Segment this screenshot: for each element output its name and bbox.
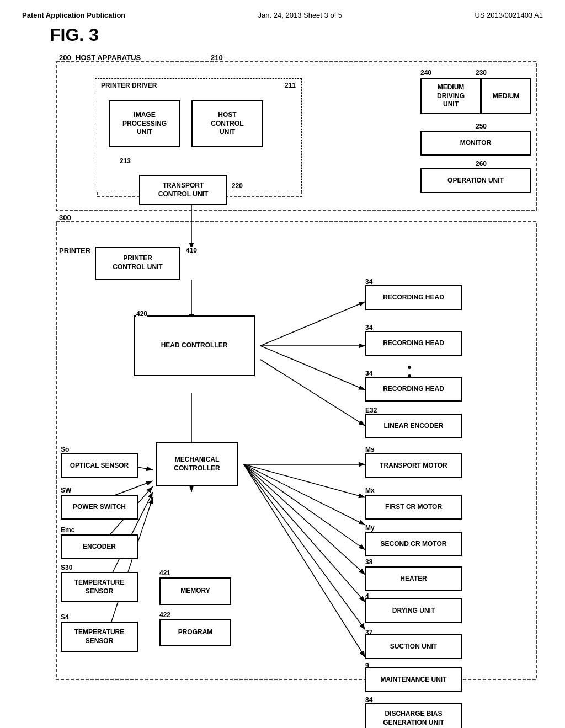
medium-driving-unit: MEDIUMDRIVINGUNIT xyxy=(420,78,481,114)
encoder-label: ENCODER xyxy=(83,543,116,552)
image-processing-label: IMAGEPROCESSINGUNIT xyxy=(122,111,167,137)
head-controller-box: HEAD CONTROLLER xyxy=(134,315,255,376)
maintenance-unit-label: MAINTENANCE UNIT xyxy=(381,676,447,684)
linear-encoder-box: LINEAR ENCODER xyxy=(365,414,462,438)
svg-point-29 xyxy=(408,366,411,369)
diagram: 200 HOST APPARATUS 210 300 PRINTER 400 P… xyxy=(23,51,542,690)
svg-line-19 xyxy=(244,464,365,550)
monitor-label: MONITOR xyxy=(460,139,491,148)
transport-motor-label: TRANSPORT MOTOR xyxy=(380,462,447,470)
recording-head-2-label: RECORDING HEAD xyxy=(383,339,444,348)
recording-head-2: RECORDING HEAD xyxy=(365,331,462,356)
ref-s30: S30 xyxy=(61,564,72,571)
temp-sensor-2-label: TEMPERATURESENSOR xyxy=(74,628,124,645)
ref-38: 38 xyxy=(365,558,372,566)
first-cr-motor-box: FIRST CR MOTOR xyxy=(365,495,462,520)
ref-ms: Ms xyxy=(365,446,375,453)
recording-head-1-label: RECORDING HEAD xyxy=(383,293,444,302)
head-controller-label: HEAD CONTROLLER xyxy=(161,341,228,350)
mechanical-controller-label: MECHANICALCONTROLLER xyxy=(174,456,220,473)
host-control-label: HOSTCONTROLUNIT xyxy=(211,111,243,137)
host-sub-num: 210 xyxy=(211,53,223,62)
num-211: 211 xyxy=(285,82,296,90)
temp-sensor-2-box: TEMPERATURESENSOR xyxy=(61,622,138,652)
printer-driver-label: PRINTER DRIVER xyxy=(101,82,157,90)
memory-label: MEMORY xyxy=(180,587,210,596)
monitor-box: MONITOR xyxy=(420,131,531,156)
printer-label: PRINTER xyxy=(59,247,90,255)
svg-line-12 xyxy=(260,360,365,426)
host-apparatus-num: 200 xyxy=(59,53,71,62)
num-421: 421 xyxy=(159,569,170,577)
operation-unit-label: OPERATION UNIT xyxy=(447,176,504,185)
drying-unit-box: DRYING UNIT xyxy=(365,598,462,623)
ref-s4: S4 xyxy=(61,613,69,621)
second-cr-motor-label: SECOND CR MOTOR xyxy=(381,540,447,549)
num-260: 260 xyxy=(476,160,487,168)
num-213: 213 xyxy=(120,157,131,165)
linear-encoder-label: LINEAR ENCODER xyxy=(383,422,443,431)
recording-head-1: RECORDING HEAD xyxy=(365,285,462,310)
num-422: 422 xyxy=(159,611,170,619)
medium-box: MEDIUM xyxy=(481,78,531,114)
printer-num: 300 xyxy=(59,213,71,222)
heater-box: HEATER xyxy=(365,566,462,591)
maintenance-unit-box: MAINTENANCE UNIT xyxy=(365,667,462,692)
recording-head-3-label: RECORDING HEAD xyxy=(383,385,444,394)
transport-motor-box: TRANSPORT MOTOR xyxy=(365,453,462,478)
transport-control-unit: TRANSPORTCONTROL UNIT xyxy=(139,175,227,205)
ref-e32: E32 xyxy=(365,406,377,414)
svg-rect-3 xyxy=(56,222,536,679)
ref-84: 84 xyxy=(365,696,372,704)
svg-line-22 xyxy=(244,464,365,630)
svg-line-20 xyxy=(244,464,365,575)
ref-34a: 34 xyxy=(365,278,372,286)
num-250: 250 xyxy=(476,122,487,130)
ref-emc: Emc xyxy=(61,526,74,534)
host-control-unit: HOSTCONTROLUNIT xyxy=(191,100,263,147)
second-cr-motor-box: SECOND CR MOTOR xyxy=(365,532,462,556)
encoder-box: ENCODER xyxy=(61,534,138,559)
power-switch-box: POWER SWITCH xyxy=(61,495,138,520)
svg-line-11 xyxy=(260,346,365,390)
num-230: 230 xyxy=(476,67,487,77)
ref-34b: 34 xyxy=(365,324,372,331)
ref-mx: Mx xyxy=(365,486,375,494)
ref-sw: SW xyxy=(61,486,71,494)
transport-control-label: TRANSPORTCONTROL UNIT xyxy=(158,181,208,199)
host-apparatus-label: HOST APPARATUS xyxy=(76,53,141,62)
page-header: Patent Application Publication Jan. 24, … xyxy=(22,11,543,19)
heater-label: HEATER xyxy=(400,575,427,584)
power-switch-label: POWER SWITCH xyxy=(73,503,126,512)
printer-control-unit: PRINTERCONTROL UNIT xyxy=(95,247,180,280)
ref-34c: 34 xyxy=(365,370,372,377)
recording-head-3: RECORDING HEAD xyxy=(365,377,462,402)
discharge-bias-box: DISCHARGE BIASGENERATION UNIT xyxy=(365,703,462,728)
header-date-sheet: Jan. 24, 2013 Sheet 3 of 5 xyxy=(258,11,343,19)
figure-label: FIG. 3 xyxy=(50,25,543,45)
temp-sensor-1-label: TEMPERATURESENSOR xyxy=(74,579,124,596)
drying-unit-label: DRYING UNIT xyxy=(392,607,435,615)
num-420: 420 xyxy=(136,310,147,318)
mechanical-controller-box: MECHANICALCONTROLLER xyxy=(156,442,238,486)
suction-unit-label: SUCTION UNIT xyxy=(390,643,437,651)
num-410: 410 xyxy=(186,247,197,254)
first-cr-motor-label: FIRST CR MOTOR xyxy=(385,503,442,512)
header-patent-number: US 2013/0021403 A1 xyxy=(475,11,543,19)
program-label: PROGRAM xyxy=(178,628,213,637)
svg-line-23 xyxy=(244,464,365,657)
svg-line-9 xyxy=(260,302,365,346)
suction-unit-box: SUCTION UNIT xyxy=(365,634,462,659)
medium-driving-label: MEDIUMDRIVINGUNIT xyxy=(437,83,465,109)
image-processing-unit: IMAGEPROCESSINGUNIT xyxy=(109,100,180,147)
medium-label: MEDIUM xyxy=(493,92,520,101)
ref-so: So xyxy=(61,446,69,453)
svg-line-18 xyxy=(244,464,365,525)
printer-control-label: PRINTERCONTROL UNIT xyxy=(113,254,162,271)
num-220: 220 xyxy=(232,182,243,190)
optical-sensor-label: OPTICAL SENSOR xyxy=(70,462,129,470)
page: Patent Application Publication Jan. 24, … xyxy=(0,0,565,728)
num-240: 240 xyxy=(420,67,431,77)
operation-unit-box: OPERATION UNIT xyxy=(420,168,531,193)
optical-sensor-box: OPTICAL SENSOR xyxy=(61,453,138,478)
